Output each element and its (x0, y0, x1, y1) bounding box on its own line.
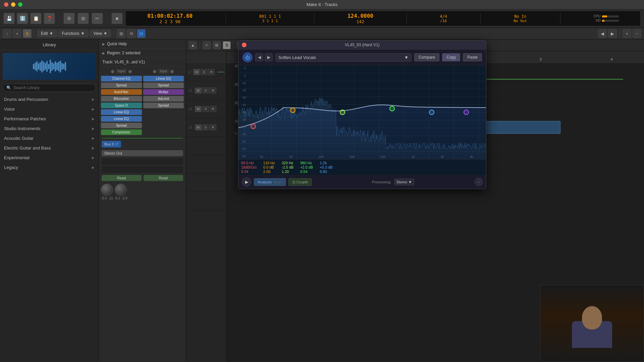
add-track-button[interactable]: + (13, 29, 21, 38)
sidebar-item-studio[interactable]: Studio Instruments ▶ (0, 124, 99, 133)
solo-14[interactable]: S (202, 106, 209, 112)
eq-compare-button[interactable]: Compare (414, 53, 439, 61)
sidebar-item-drums[interactable]: Drums and Percussion ▶ (0, 95, 99, 104)
solo-15[interactable]: S (202, 124, 209, 130)
eq-graph[interactable]: 0 5 10 16 20 25 30 36 40 45 50 55 60 20 … (238, 65, 486, 159)
read-button-1[interactable]: Read (102, 175, 142, 181)
mixer-button[interactable]: ⊞ (77, 13, 89, 24)
adlimit-button[interactable]: AdLimit (143, 96, 184, 102)
rec-15[interactable]: R (210, 124, 216, 130)
help-button[interactable]: ❓ (44, 13, 55, 24)
stereo-out-button[interactable]: Stereo Out (102, 150, 183, 156)
eq-power-button[interactable]: ⏻ (243, 52, 253, 62)
stop-button[interactable]: ■ (111, 13, 123, 24)
eq-paste-button[interactable]: Paste (463, 53, 482, 61)
sidebar-item-electric[interactable]: Electric Guitar and Bass ▶ (0, 143, 99, 153)
search-box[interactable]: 🔍 (3, 84, 96, 92)
eq-prev-button[interactable]: ◀ (255, 53, 263, 61)
track-m-label: M (235, 132, 237, 135)
maximize-button[interactable] (18, 2, 22, 7)
fader-1-knob[interactable] (101, 184, 113, 196)
solo-13[interactable]: S (202, 87, 209, 94)
eq-play-button[interactable]: ▶ (242, 177, 251, 187)
rec-13[interactable]: R (210, 87, 216, 94)
sidebar-item-legacy[interactable]: Legacy ▶ (0, 163, 99, 172)
eq-handle-5[interactable] (429, 110, 434, 115)
eq-processing-select[interactable]: Stereo ▼ (394, 179, 414, 185)
search-input[interactable] (13, 85, 92, 90)
sidebar-item-acoustic[interactable]: Acoustic Guitar ▶ (0, 133, 99, 143)
cpu-label: CPU (593, 14, 600, 18)
autofilter-button[interactable]: AutoFilter (101, 89, 142, 95)
group-button[interactable]: ⊞ (117, 29, 125, 38)
channel-eq-button[interactable]: Channel EQ (101, 76, 142, 81)
region-header[interactable]: ▶ Region: 2 selected (99, 49, 186, 58)
rec-12[interactable]: R (208, 69, 215, 75)
scissors-button[interactable]: ✂ (92, 13, 103, 24)
minimize-button[interactable] (11, 2, 15, 7)
loop-active-button[interactable]: S (223, 41, 231, 49)
bitcrusher-button[interactable]: Bitcrusher (101, 96, 142, 102)
eq-qcouple-button[interactable]: Q-Couple (288, 178, 312, 186)
rec-14[interactable]: R (210, 106, 216, 112)
eq-close-button[interactable] (242, 43, 247, 47)
loop-button[interactable]: S (23, 29, 32, 38)
edit-menu-button[interactable]: Edit ▼ (37, 30, 57, 37)
scroll-up-button[interactable]: ▲ (189, 41, 197, 49)
mute-15[interactable]: M (195, 124, 202, 130)
spread-1-button[interactable]: Spread (101, 82, 142, 88)
sidebar-item-voice[interactable]: Voice ▶ (0, 104, 99, 114)
eq-handle-3[interactable] (340, 110, 345, 115)
midi-button[interactable]: M (137, 29, 146, 38)
quick-help-header[interactable]: ▶ Quick Help (99, 40, 186, 49)
eq-handle-6[interactable] (464, 110, 469, 115)
prev-marker-button[interactable]: ◀ (598, 29, 607, 38)
loop-region-button[interactable]: ⊞ (213, 41, 221, 49)
eq-copy-button[interactable]: Copy (442, 53, 460, 61)
info-button[interactable]: ℹ️ (17, 13, 28, 24)
lineareq-3-button[interactable]: Linear EQ (143, 76, 184, 81)
input-label-2[interactable]: Input (158, 69, 169, 74)
electric-arrow-icon: ▶ (92, 146, 95, 150)
eq-handle-2[interactable] (290, 108, 296, 113)
spread-4-button[interactable]: Spread (143, 103, 184, 108)
lineareq-2-button[interactable]: Linear EQ (101, 116, 142, 122)
track-header-row-15: 15 M S R (186, 118, 226, 137)
mute-14[interactable]: M (195, 106, 202, 112)
spread-3-button[interactable]: Spread (143, 82, 184, 88)
spread-2-button[interactable]: Spread (101, 123, 142, 128)
eq-analyzer-button[interactable]: Analyzer POST (254, 178, 286, 186)
eq-preset-select[interactable]: Soften Lead Vocals ▼ (275, 53, 412, 62)
eq-processing-value: Stereo (396, 180, 407, 184)
fader-2-knob[interactable] (115, 184, 127, 196)
lineareq-1-button[interactable]: Linear EQ (101, 109, 142, 115)
save-button[interactable]: 💾 (3, 13, 15, 24)
close-button[interactable] (4, 2, 8, 7)
sidebar-item-experimental[interactable]: Experimental ▶ (0, 153, 99, 163)
mute-13[interactable]: M (195, 87, 202, 94)
eq-next-button[interactable]: ▶ (265, 53, 273, 61)
list-button[interactable]: 📋 (30, 13, 42, 24)
bus-button[interactable]: Bus 3 ↺ (102, 141, 121, 147)
zoom-in-button[interactable]: − (633, 29, 641, 38)
add-region-button[interactable]: + (203, 41, 211, 49)
arrow-up-button[interactable]: ↑ (3, 29, 11, 38)
sidebar-item-performance[interactable]: Performance Patches ▶ (0, 114, 99, 124)
loop2-button[interactable]: ⟲ (127, 29, 136, 38)
eq-plugin-title: VL45_93 (Hard V1) (345, 43, 379, 47)
eq-circle-button[interactable]: ○ (475, 178, 483, 186)
metronome-button[interactable]: ⚙ (63, 13, 75, 24)
functions-menu-button[interactable]: Functions ▼ (58, 30, 89, 37)
solo-12[interactable]: S (201, 69, 207, 75)
read-button-2[interactable]: Read (144, 175, 183, 181)
input-label-1[interactable]: Input (116, 69, 127, 74)
compressor-button[interactable]: Compressor (101, 129, 142, 135)
view-menu-button[interactable]: View ▼ (90, 30, 111, 37)
multipr-button[interactable]: Multipr (143, 89, 184, 95)
spaced-button[interactable]: Space D (101, 103, 142, 108)
mute-12[interactable]: M (193, 69, 200, 75)
eq-handle-1[interactable] (251, 124, 256, 129)
zoom-out-button[interactable]: + (623, 29, 631, 38)
next-marker-button[interactable]: ▶ (608, 29, 617, 38)
eq-handle-4[interactable] (389, 106, 395, 111)
